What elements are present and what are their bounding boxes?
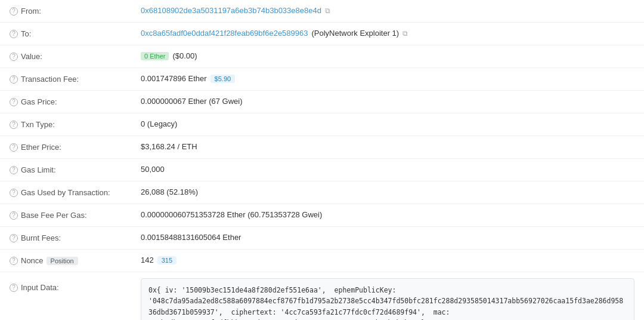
from-copy-icon[interactable]: ⧉ <box>325 7 330 15</box>
base-fee-value: 0.000000060751353728 Ether (60.751353728… <box>141 210 634 219</box>
to-label: ? To: <box>10 29 141 38</box>
nonce-label: ? Nonce Position <box>10 256 141 265</box>
burnt-fees-value: 0.00158488131605064 Ether <box>141 233 634 242</box>
gas-used-help-icon[interactable]: ? <box>10 189 18 197</box>
to-help-icon[interactable]: ? <box>10 30 18 38</box>
ether-price-help-icon[interactable]: ? <box>10 143 18 152</box>
transaction-fee-ether: 0.001747896 Ether <box>141 74 207 83</box>
to-alias: (PolyNetwork Exploiter 1) <box>312 29 400 38</box>
value-ether-badge: 0 Ether <box>141 52 169 60</box>
to-value: 0xc8a65fadf0e0ddaf421f28feab69bf6e2e5899… <box>141 29 634 38</box>
from-row: ? From: 0x68108902de3a5031197a6eb3b74b3b… <box>0 0 644 23</box>
txn-type-label: ? Txn Type: <box>10 119 141 129</box>
base-fee-row: ? Base Fee Per Gas: 0.000000060751353728… <box>0 204 644 227</box>
from-address-link[interactable]: 0x68108902de3a5031197a6eb3b74b3b033e8e8e… <box>141 6 321 15</box>
transaction-fee-value: 0.001747896 Ether $5.90 <box>141 74 634 83</box>
transaction-fee-help-icon[interactable]: ? <box>10 75 18 84</box>
burnt-fees-row: ? Burnt Fees: 0.00158488131605064 Ether <box>0 227 644 250</box>
input-data-content[interactable]: 0x{ iv: '15009b3ec151de4a8f280d2ef551e6a… <box>141 278 634 320</box>
ether-price-value: $3,168.24 / ETH <box>141 142 634 151</box>
nonce-row: ? Nonce Position 142 315 <box>0 250 644 272</box>
txn-type-row: ? Txn Type: 0 (Legacy) <box>0 113 644 136</box>
txn-type-value: 0 (Legacy) <box>141 119 634 128</box>
burnt-fees-label: ? Burnt Fees: <box>10 233 141 242</box>
nonce-position-value: 315 <box>157 256 177 264</box>
value-help-icon[interactable]: ? <box>10 53 18 61</box>
burnt-fees-help-icon[interactable]: ? <box>10 234 18 242</box>
gas-price-row: ? Gas Price: 0.000000067 Ether (67 Gwei) <box>0 91 644 113</box>
ether-price-label: ? Ether Price: <box>10 142 141 152</box>
gas-limit-row: ? Gas Limit: 50,000 <box>0 159 644 181</box>
gas-price-value: 0.000000067 Ether (67 Gwei) <box>141 97 634 106</box>
transaction-fee-label: ? Transaction Fee: <box>10 74 141 84</box>
gas-used-value: 26,088 (52.18%) <box>141 187 634 196</box>
value-row: ? Value: 0 Ether ($0.00) <box>0 45 644 68</box>
nonce-value: 142 315 <box>141 256 634 264</box>
base-fee-label: ? Base Fee Per Gas: <box>10 210 141 220</box>
gas-used-label: ? Gas Used by Transaction: <box>10 187 141 197</box>
txn-type-help-icon[interactable]: ? <box>10 121 18 129</box>
input-data-wrapper: 0x{ iv: '15009b3ec151de4a8f280d2ef551e6a… <box>141 278 634 320</box>
gas-price-help-icon[interactable]: ? <box>10 98 18 106</box>
nonce-position-button[interactable]: Position <box>47 257 78 265</box>
from-help-icon[interactable]: ? <box>10 7 18 16</box>
to-row: ? To: 0xc8a65fadf0e0ddaf421f28feab69bf6e… <box>0 23 644 45</box>
to-copy-icon[interactable]: ⧉ <box>402 29 408 38</box>
nonce-number: 142 <box>141 256 154 264</box>
input-data-row: ? Input Data: 0x{ iv: '15009b3ec151de4a8… <box>0 272 644 320</box>
input-data-help-icon[interactable]: ? <box>10 284 18 292</box>
transaction-details: ? From: 0x68108902de3a5031197a6eb3b74b3b… <box>0 0 644 320</box>
gas-used-row: ? Gas Used by Transaction: 26,088 (52.18… <box>0 181 644 204</box>
from-label: ? From: <box>10 6 141 16</box>
value-usd: ($0.00) <box>172 51 197 60</box>
gas-limit-label: ? Gas Limit: <box>10 165 141 174</box>
ether-price-row: ? Ether Price: $3,168.24 / ETH <box>0 136 644 159</box>
gas-limit-value: 50,000 <box>141 165 634 174</box>
value-value: 0 Ether ($0.00) <box>141 51 634 60</box>
input-data-label: ? Input Data: <box>10 278 141 292</box>
transaction-fee-row: ? Transaction Fee: 0.001747896 Ether $5.… <box>0 68 644 91</box>
value-label: ? Value: <box>10 51 141 61</box>
nonce-help-icon[interactable]: ? <box>10 257 18 265</box>
transaction-fee-usd-badge: $5.90 <box>210 75 236 83</box>
base-fee-help-icon[interactable]: ? <box>10 211 18 220</box>
gas-limit-help-icon[interactable]: ? <box>10 166 18 174</box>
gas-price-label: ? Gas Price: <box>10 97 141 106</box>
from-value: 0x68108902de3a5031197a6eb3b74b3b033e8e8e… <box>141 6 634 15</box>
to-address-link[interactable]: 0xc8a65fadf0e0ddaf421f28feab69bf6e2e5899… <box>141 29 308 38</box>
